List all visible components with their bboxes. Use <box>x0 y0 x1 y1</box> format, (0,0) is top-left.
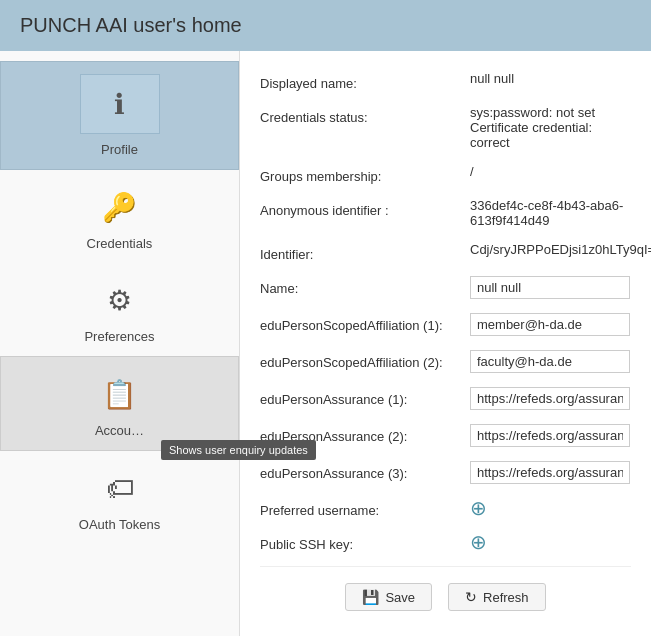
page-title: PUNCH AAI user's home <box>20 14 242 36</box>
value-identifier: Cdj/sryJRPPoEDjsi1z0hLTy9qI= <box>470 242 651 257</box>
sidebar-item-credentials[interactable]: 🔑 Credentials <box>0 170 239 263</box>
save-icon: 💾 <box>362 589 379 605</box>
field-identifier: Identifier: Cdj/sryJRPPoEDjsi1z0hLTy9qI= <box>260 242 631 262</box>
label-groups-membership: Groups membership: <box>260 164 470 184</box>
label-public-ssh-key: Public SSH key: <box>260 532 470 552</box>
value-name[interactable] <box>470 276 631 299</box>
refresh-icon: ↻ <box>465 589 477 605</box>
eduperson-scoped-2-input[interactable] <box>470 350 630 373</box>
content-area: Displayed name: null null Credentials st… <box>240 51 651 636</box>
credentials-icon: 🔑 <box>95 182 145 232</box>
save-label: Save <box>385 590 415 605</box>
label-anonymous-identifier: Anonymous identifier : <box>260 198 470 218</box>
footer-buttons: 💾 Save ↻ Refresh <box>260 566 631 627</box>
name-input[interactable] <box>470 276 630 299</box>
oauth-icon: 🏷 <box>95 463 145 513</box>
label-eduperson-scoped-1: eduPersonScopedAffiliation (1): <box>260 313 470 333</box>
field-preferred-username: Preferred username: ⊕ <box>260 498 631 518</box>
sidebar-item-label-account: Accou… <box>95 423 144 438</box>
field-public-ssh-key: Public SSH key: ⊕ <box>260 532 631 552</box>
refresh-label: Refresh <box>483 590 529 605</box>
add-preferred-username-button[interactable]: ⊕ <box>470 498 487 518</box>
field-anonymous-identifier: Anonymous identifier : 336def4c-ce8f-4b4… <box>260 198 631 228</box>
field-eduperson-scoped-1: eduPersonScopedAffiliation (1): <box>260 313 631 336</box>
label-preferred-username: Preferred username: <box>260 498 470 518</box>
field-eduperson-assurance-3: eduPersonAssurance (3): <box>260 461 631 484</box>
label-eduperson-assurance-1: eduPersonAssurance (1): <box>260 387 470 407</box>
value-public-ssh-key[interactable]: ⊕ <box>470 532 631 552</box>
label-displayed-name: Displayed name: <box>260 71 470 91</box>
value-anonymous-identifier: 336def4c-ce8f-4b43-aba6-613f9f414d49 <box>470 198 631 228</box>
label-credentials-status: Credentials status: <box>260 105 470 125</box>
profile-icon: ℹ <box>80 74 160 134</box>
field-groups-membership: Groups membership: / <box>260 164 631 184</box>
sidebar-item-label-oauth: OAuth Tokens <box>79 517 160 532</box>
sidebar-item-preferences[interactable]: ⚙ Preferences <box>0 263 239 356</box>
label-eduperson-scoped-2: eduPersonScopedAffiliation (2): <box>260 350 470 370</box>
eduperson-assurance-1-input[interactable] <box>470 387 630 410</box>
label-identifier: Identifier: <box>260 242 470 262</box>
field-name: Name: <box>260 276 631 299</box>
label-name: Name: <box>260 276 470 296</box>
sidebar-item-label-profile: Profile <box>101 142 138 157</box>
eduperson-assurance-2-input[interactable] <box>470 424 630 447</box>
refresh-button[interactable]: ↻ Refresh <box>448 583 546 611</box>
header: PUNCH AAI user's home <box>0 0 651 51</box>
value-credentials-status: sys:password: not setCertificate credent… <box>470 105 631 150</box>
add-ssh-key-button[interactable]: ⊕ <box>470 532 487 552</box>
value-eduperson-scoped-2[interactable] <box>470 350 631 373</box>
field-displayed-name: Displayed name: null null <box>260 71 631 91</box>
field-eduperson-scoped-2: eduPersonScopedAffiliation (2): <box>260 350 631 373</box>
value-displayed-name: null null <box>470 71 631 86</box>
save-button[interactable]: 💾 Save <box>345 583 432 611</box>
value-eduperson-assurance-2[interactable] <box>470 424 631 447</box>
value-eduperson-assurance-1[interactable] <box>470 387 631 410</box>
eduperson-assurance-3-input[interactable] <box>470 461 630 484</box>
account-tooltip: Shows user enquiry updates <box>161 440 316 460</box>
value-preferred-username[interactable]: ⊕ <box>470 498 631 518</box>
value-groups-membership: / <box>470 164 631 179</box>
field-credentials-status: Credentials status: sys:password: not se… <box>260 105 631 150</box>
sidebar: ℹ Profile 🔑 Credentials ⚙ Preferences 📋 … <box>0 51 240 636</box>
label-eduperson-assurance-3: eduPersonAssurance (3): <box>260 461 470 481</box>
sidebar-item-label-credentials: Credentials <box>87 236 153 251</box>
account-icon: 📋 <box>95 369 145 419</box>
field-eduperson-assurance-1: eduPersonAssurance (1): <box>260 387 631 410</box>
value-eduperson-assurance-3[interactable] <box>470 461 631 484</box>
sidebar-item-profile[interactable]: ℹ Profile <box>0 61 239 170</box>
preferences-icon: ⚙ <box>95 275 145 325</box>
sidebar-item-account[interactable]: 📋 Accou… Shows user enquiry updates <box>0 356 239 451</box>
sidebar-item-label-preferences: Preferences <box>84 329 154 344</box>
value-eduperson-scoped-1[interactable] <box>470 313 631 336</box>
eduperson-scoped-1-input[interactable] <box>470 313 630 336</box>
sidebar-item-oauth[interactable]: 🏷 OAuth Tokens <box>0 451 239 544</box>
